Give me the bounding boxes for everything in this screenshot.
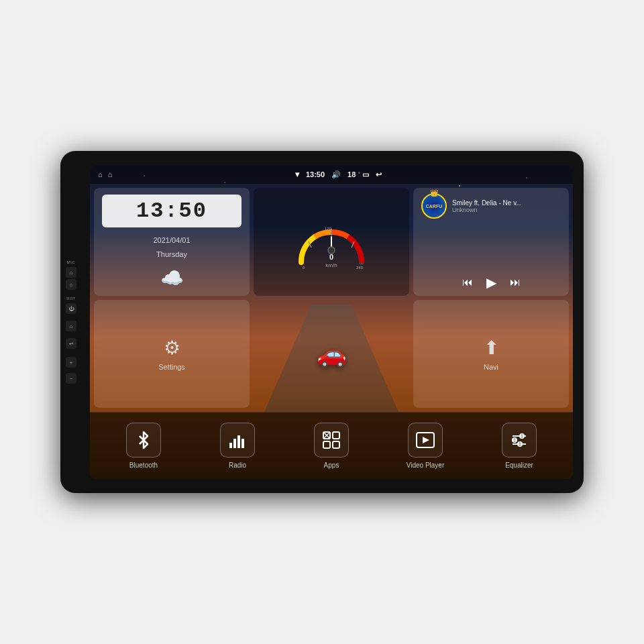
main-content: 13:50 2021/04/01 Thursday ☁️ — [90, 184, 573, 412]
settings-icon: ⚙ — [164, 337, 180, 359]
svg-text:0: 0 — [329, 253, 333, 261]
speedometer-widget: 0 km/h 0 120 240 — [254, 188, 409, 296]
equalizer-icon-wrap — [502, 423, 537, 458]
clock-date: 2021/04/01 — [102, 236, 241, 244]
svg-rect-13 — [241, 439, 244, 448]
crown-icon: 👑 — [430, 189, 438, 197]
volume-level: 18 — [347, 170, 356, 178]
svg-text:120: 120 — [325, 227, 332, 231]
svg-rect-10 — [229, 443, 232, 448]
prev-button[interactable]: ⏮ — [462, 276, 473, 288]
navi-label: Navi — [484, 363, 498, 371]
car-head-unit: MIC ⌂ ⌂ RST ⏻ ⌂ ↩ ＋ － ⌂ ⌂ ▾ — [60, 151, 584, 493]
vol-down-button[interactable]: － — [66, 373, 76, 384]
music-controls: ⏮ ▶ ⏭ — [421, 274, 561, 290]
svg-marker-21 — [423, 437, 429, 443]
apps-icon-wrap — [314, 423, 349, 458]
home-status-icon: ⌂ — [98, 170, 103, 178]
settings-label: Settings — [158, 363, 185, 371]
video-button[interactable]: Video Player — [378, 423, 472, 469]
home2-status-icon: ⌂ — [108, 170, 113, 178]
side-button-panel: MIC ⌂ ⌂ RST ⏻ ⌂ ↩ ＋ － — [66, 260, 76, 384]
music-info: Smiley ft. Delia - Ne v... Unknown — [452, 199, 561, 213]
bottom-bar: Bluetooth Radio — [90, 412, 573, 479]
rst-label: RST — [66, 297, 76, 301]
navi-button[interactable]: ⬆ Navi — [413, 300, 569, 408]
navi-icon: ⬆ — [484, 337, 499, 359]
video-icon-wrap — [408, 423, 443, 458]
status-left: ⌂ ⌂ — [98, 170, 112, 178]
music-widget: 👑 CARFU Smiley ft. Delia - Ne v... Unkno… — [413, 188, 569, 296]
speedometer: 0 km/h 0 120 240 — [259, 193, 404, 290]
bluetooth-icon-wrap — [126, 423, 161, 458]
speedometer-svg: 0 km/h 0 120 240 — [291, 202, 372, 282]
svg-rect-12 — [237, 435, 240, 448]
car-widget: 🚗 — [254, 300, 409, 408]
music-artist: Unknown — [452, 207, 561, 213]
radio-icon — [228, 432, 247, 448]
equalizer-icon — [511, 432, 528, 448]
status-time: 13:50 — [306, 170, 325, 178]
home-side-button[interactable]: ⌂ — [66, 267, 76, 278]
video-icon — [416, 432, 435, 448]
status-bar: ⌂ ⌂ ▾ 13:50 🔊 18 ▭ ↩ — [90, 165, 573, 184]
equalizer-button[interactable]: Equalizer — [472, 423, 566, 469]
mic-label: MIC — [67, 260, 76, 264]
home3-side-button[interactable]: ⌂ — [66, 321, 76, 331]
apps-label: Apps — [324, 462, 339, 469]
vol-up-button[interactable]: ＋ — [66, 357, 76, 368]
svg-text:km/h: km/h — [325, 262, 337, 268]
back-side-button[interactable]: ↩ — [66, 338, 76, 349]
music-header: 👑 CARFU Smiley ft. Delia - Ne v... Unkno… — [421, 193, 561, 219]
apps-icon — [323, 431, 340, 449]
radio-label: Radio — [229, 462, 246, 469]
clock-day: Thursday — [102, 250, 241, 258]
equalizer-label: Equalizer — [505, 462, 533, 469]
radio-button[interactable]: Radio — [191, 423, 284, 469]
bluetooth-icon — [136, 431, 152, 449]
wifi-icon: ▾ — [295, 170, 299, 179]
svg-rect-17 — [333, 441, 339, 448]
svg-rect-15 — [333, 432, 339, 439]
svg-text:0: 0 — [303, 266, 305, 270]
car-icon: 🚗 — [317, 340, 347, 368]
clock-widget: 13:50 2021/04/01 Thursday ☁️ — [94, 188, 250, 296]
svg-rect-16 — [323, 441, 330, 448]
music-title: Smiley ft. Delia - Ne v... — [452, 199, 561, 207]
logo-text: CARFU — [426, 204, 443, 209]
screen: ⌂ ⌂ ▾ 13:50 🔊 18 ▭ ↩ 13:50 2021/04/01 Th… — [90, 165, 573, 479]
status-center: ▾ 13:50 🔊 18 ▭ ↩ — [295, 170, 382, 179]
weather-icon: ☁️ — [102, 267, 241, 289]
home2-side-button[interactable]: ⌂ — [66, 279, 76, 290]
settings-button[interactable]: ⚙ Settings — [94, 300, 250, 408]
svg-text:240: 240 — [356, 266, 364, 270]
power-side-button[interactable]: ⏻ — [66, 303, 76, 314]
svg-rect-11 — [233, 439, 236, 448]
clock-time-display: 13:50 — [102, 195, 241, 227]
video-label: Video Player — [407, 462, 445, 469]
next-button[interactable]: ⏭ — [510, 276, 521, 288]
back-status-icon: ↩ — [376, 170, 382, 179]
volume-icon: 🔊 — [331, 170, 341, 179]
bluetooth-label: Bluetooth — [129, 462, 158, 469]
radio-icon-wrap — [220, 423, 255, 458]
play-button[interactable]: ▶ — [486, 274, 496, 290]
bluetooth-button[interactable]: Bluetooth — [97, 423, 191, 469]
music-logo: 👑 CARFU — [421, 193, 447, 219]
apps-button[interactable]: Apps — [284, 423, 378, 469]
battery-icon: ▭ — [362, 170, 369, 179]
